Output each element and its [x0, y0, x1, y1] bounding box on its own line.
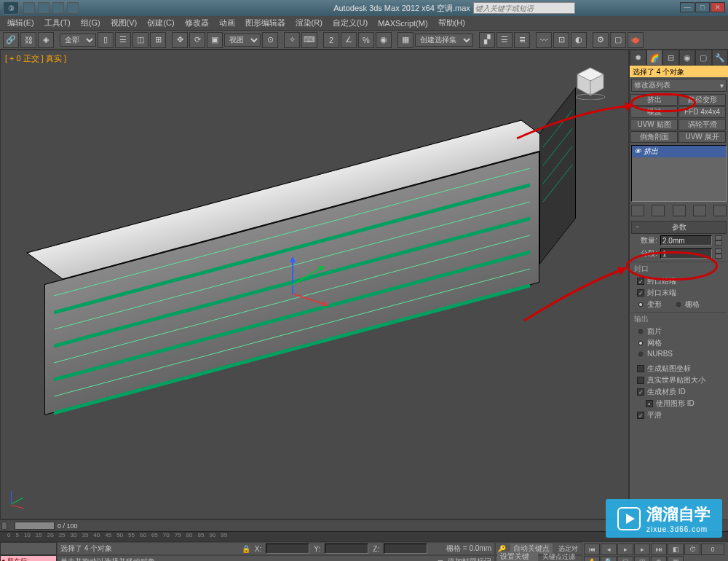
create-tab[interactable]: ✹ — [630, 50, 646, 66]
schematic-icon[interactable]: ⊡ — [553, 32, 569, 48]
orbit-icon[interactable]: ⊕ — [651, 556, 667, 561]
named-sel-icon[interactable]: ▦ — [397, 32, 414, 48]
minimize-button[interactable]: — — [680, 2, 695, 12]
menu-views[interactable]: 视图(V) — [106, 17, 142, 28]
stack-item-extrude[interactable]: 👁 挤出 — [632, 146, 726, 157]
goto-end-icon[interactable]: ⏭ — [651, 544, 667, 555]
show-end-icon[interactable] — [652, 205, 665, 216]
x-coord-field[interactable] — [266, 544, 309, 554]
mod-btn-uvwmap[interactable]: UVW 贴图 — [630, 119, 678, 130]
snap-angle-icon[interactable]: ∠ — [341, 32, 357, 48]
next-frame-icon[interactable]: ▸ — [634, 544, 650, 555]
zoom-ext-icon[interactable]: ◲ — [617, 556, 633, 561]
maximize-button[interactable]: □ — [695, 2, 710, 12]
app-logo-icon[interactable]: ③ — [3, 1, 19, 15]
setkey-button[interactable]: 设置关键点 — [497, 552, 538, 561]
ref-coord[interactable]: 视图 — [224, 34, 261, 47]
toolbar-quick-2[interactable] — [38, 2, 50, 14]
search-input[interactable] — [473, 2, 575, 14]
zoom-icon[interactable]: 🔍 — [601, 556, 617, 561]
mod-btn-uvwunwrap[interactable]: UVW 展开 — [678, 131, 726, 143]
select-icon[interactable]: ▯ — [98, 32, 114, 48]
toolbar-quick-3[interactable] — [52, 2, 64, 14]
genmat-checkbox[interactable]: ✓ — [637, 388, 644, 396]
pivot-icon[interactable]: ⊙ — [262, 32, 278, 48]
cap-start-checkbox[interactable]: ✓ — [637, 278, 644, 285]
seg-down[interactable] — [715, 254, 722, 259]
realworld-checkbox[interactable] — [637, 377, 644, 384]
mod-btn-turbosmooth[interactable]: 涡轮平滑 — [678, 119, 726, 130]
bind-icon[interactable]: ◈ — [38, 32, 54, 48]
snap-percent-icon[interactable]: % — [358, 32, 374, 48]
amount-up[interactable] — [715, 235, 722, 240]
render-setup-icon[interactable]: ⚙ — [593, 32, 609, 48]
layers-icon[interactable]: ≣ — [514, 32, 530, 48]
key-mode-icon[interactable]: ◧ — [668, 544, 684, 555]
menu-maxscript[interactable]: MAXScript(M) — [373, 19, 432, 28]
mod-btn-pathdeform[interactable]: 路径变形 — [678, 94, 726, 106]
mod-btn-ffd[interactable]: FFD 4x4x4 — [678, 106, 726, 118]
unlink-icon[interactable]: ⛓ — [20, 32, 36, 48]
menu-create[interactable]: 创建(C) — [143, 17, 178, 28]
toolbar-quick-1[interactable] — [23, 2, 35, 14]
menu-edit[interactable]: 编辑(E) — [3, 17, 39, 28]
select-name-icon[interactable]: ☰ — [115, 32, 131, 48]
modifier-stack[interactable]: 👁 挤出 — [631, 145, 727, 202]
mod-btn-bevelprofile[interactable]: 倒角剖面 — [630, 131, 678, 143]
current-frame-field[interactable]: 0 — [701, 544, 724, 555]
move-icon[interactable]: ✥ — [172, 32, 188, 48]
unique-icon[interactable] — [673, 205, 686, 216]
time-slider[interactable] — [15, 522, 55, 530]
menu-tools[interactable]: 工具(T) — [40, 17, 75, 28]
pan-icon[interactable]: ✋ — [584, 556, 600, 561]
nurbs-radio[interactable] — [637, 350, 644, 358]
object-name-field[interactable]: 选择了 4 个对象 — [630, 66, 728, 77]
utilities-tab[interactable]: 🔧 — [712, 50, 729, 66]
add-time-tag[interactable]: 添加时间标记 — [448, 557, 491, 561]
cap-end-checkbox[interactable]: ✓ — [637, 289, 644, 297]
viewport-label[interactable]: [ + 0 正交 ] 真实 ] — [5, 53, 66, 64]
sb-script[interactable] — [0, 542, 57, 555]
display-tab[interactable]: ▢ — [695, 50, 712, 66]
toolbar-quick-4[interactable] — [67, 2, 79, 14]
selection-filter[interactable]: 全部 — [60, 34, 96, 47]
scale-icon[interactable]: ▣ — [207, 32, 223, 48]
amount-down[interactable] — [715, 240, 722, 246]
sb-listener[interactable]: ● 所在行: — [0, 555, 57, 561]
material-icon[interactable]: ◐ — [571, 32, 587, 48]
motion-tab[interactable]: ◉ — [679, 50, 696, 66]
mesh-radio[interactable] — [637, 340, 644, 347]
pin-stack-icon[interactable] — [631, 205, 644, 216]
prev-frame-icon[interactable]: ◂ — [601, 544, 617, 555]
genmap-checkbox[interactable] — [637, 365, 644, 372]
mirror-icon[interactable]: ▞ — [479, 32, 495, 48]
hierarchy-tab[interactable]: ⊟ — [662, 50, 679, 66]
time-start-icon[interactable] — [1, 522, 7, 530]
menu-graph[interactable]: 图形编辑器 — [241, 17, 290, 28]
named-selection-set[interactable]: 创建选择集 — [415, 34, 473, 47]
maximize-vp-icon[interactable]: ▣ — [668, 556, 684, 561]
menu-customize[interactable]: 自定义(U) — [328, 17, 372, 28]
keyboard-icon[interactable]: ⌨ — [301, 32, 317, 48]
grid-radio[interactable] — [675, 301, 682, 308]
params-rollout-header[interactable]: 参数 — [631, 221, 727, 234]
menu-render[interactable]: 渲染(R) — [291, 17, 327, 28]
menu-help[interactable]: 帮助(H) — [434, 17, 470, 28]
close-button[interactable]: ✕ — [711, 2, 725, 12]
modify-tab[interactable]: 🌈 — [646, 50, 663, 66]
z-coord-field[interactable] — [384, 544, 427, 554]
play-icon[interactable]: ▸ — [617, 544, 633, 555]
window-cross-icon[interactable]: ⊞ — [150, 32, 166, 48]
viewport[interactable]: [ + 0 正交 ] 真实 ] — [0, 50, 629, 519]
fov-icon[interactable]: ◫ — [634, 556, 650, 561]
config-mod-icon[interactable] — [713, 205, 727, 216]
amount-spinner[interactable]: 2.0mm — [660, 235, 712, 246]
smooth-checkbox[interactable]: ✓ — [637, 412, 644, 419]
y-coord-field[interactable] — [325, 544, 368, 554]
link-icon[interactable]: 🔗 — [3, 32, 19, 48]
curve-editor-icon[interactable]: 〰 — [536, 32, 552, 48]
menu-modifiers[interactable]: 修改器 — [181, 17, 213, 28]
manipulate-icon[interactable]: ✧ — [284, 32, 300, 48]
goto-start-icon[interactable]: ⏮ — [584, 544, 600, 555]
render-frame-icon[interactable]: ▢ — [610, 32, 626, 48]
